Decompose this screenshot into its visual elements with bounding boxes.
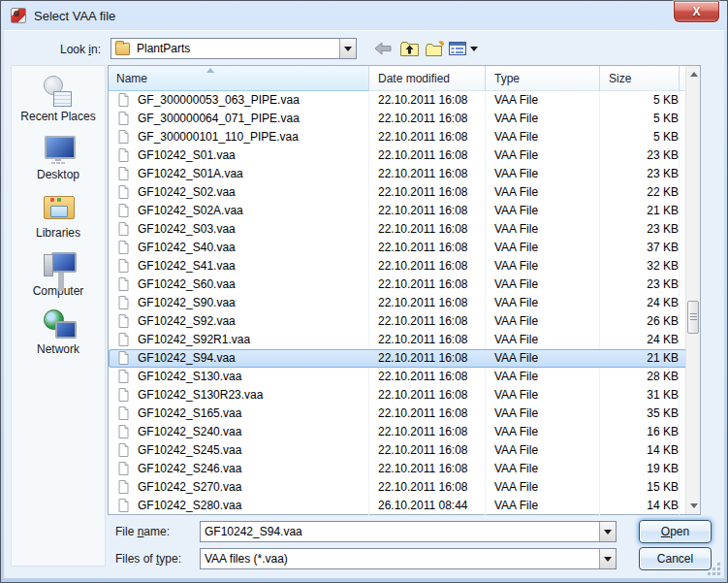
resize-grip[interactable] [708,563,721,576]
sidebar-item-recent-places[interactable]: Recent Places [12,74,105,123]
file-size-cell: 21 KB [599,349,682,368]
file-row[interactable]: GF10242_S240.vaa 22.10.2011 16:08 VAA Fi… [109,423,687,441]
files-of-type-dropdown-button[interactable] [599,549,616,568]
file-row[interactable]: GF10242_S03.vaa 22.10.2011 16:08 VAA Fil… [109,220,687,239]
file-name-cell: GF10242_S92R1.vaa [109,331,368,349]
up-one-level-button[interactable] [397,38,421,59]
close-icon: X [692,5,700,18]
column-separator[interactable] [368,66,369,91]
file-type-cell: VAA File [485,497,599,515]
file-row[interactable]: GF10242_S02.vaa 22.10.2011 16:08 VAA Fil… [109,183,687,202]
file-row[interactable]: GF10242_S40.vaa 22.10.2011 16:08 VAA Fil… [109,239,687,257]
file-row[interactable]: GF_300000064_071_PIPE.vaa 22.10.2011 16:… [109,110,687,128]
file-date-cell: 22.10.2011 16:08 [368,368,485,386]
sidebar-item-icon [41,248,76,283]
file-type-cell: VAA File [485,441,599,460]
column-header-size[interactable]: Size [609,72,631,85]
file-size-cell: 31 KB [599,386,682,405]
file-name-dropdown-button[interactable] [599,522,616,541]
files-of-type-value: VAA files (*.vaa) [201,552,599,566]
file-type-cell: VAA File [485,331,599,349]
new-folder-button[interactable] [423,38,446,59]
file-size-cell: 23 KB [599,146,682,165]
cancel-button[interactable]: Cancel [639,547,712,570]
column-separator[interactable] [485,66,486,91]
file-row[interactable]: GF10242_S41.vaa 22.10.2011 16:08 VAA Fil… [109,257,687,275]
file-row[interactable]: GF10242_S245.vaa 22.10.2011 16:08 VAA Fi… [109,441,687,460]
file-date-cell: 22.10.2011 16:08 [368,220,485,239]
file-icon [118,93,129,107]
file-date-cell: 22.10.2011 16:08 [368,294,485,312]
file-row[interactable]: GF10242_S94.vaa 22.10.2011 16:08 VAA Fil… [109,349,687,368]
close-button[interactable]: X [674,1,719,22]
file-row[interactable]: GF10242_S60.vaa 22.10.2011 16:08 VAA Fil… [109,275,687,294]
file-type-cell: VAA File [485,386,599,405]
sidebar-item-label: Libraries [36,226,80,240]
vertical-scrollbar[interactable] [685,66,700,514]
look-in-combobox[interactable]: PlantParts [111,38,357,59]
look-in-dropdown-button[interactable] [339,39,356,58]
open-button[interactable]: Open [639,520,712,543]
scrollbar-thumb[interactable] [687,301,699,334]
file-date-cell: 22.10.2011 16:08 [368,110,485,128]
sidebar-item-desktop[interactable]: Desktop [12,132,105,181]
file-date-cell: 22.10.2011 16:08 [368,478,485,497]
file-row[interactable]: GF10242_S01A.vaa 22.10.2011 16:08 VAA Fi… [109,165,687,183]
column-header-date-modified[interactable]: Date modified [378,72,450,85]
file-row[interactable]: GF10242_S130.vaa 22.10.2011 16:08 VAA Fi… [109,368,687,386]
file-name-value[interactable]: GF10242_S94.vaa [201,525,599,538]
views-menu-button[interactable] [447,38,480,59]
file-name-cell: GF10242_S41.vaa [109,257,368,275]
file-row[interactable]: GF_300000053_063_PIPE.vaa 22.10.2011 16:… [109,91,687,110]
files-of-type-combobox[interactable]: VAA files (*.vaa) [200,548,617,569]
sidebar-item-network[interactable]: Network [12,307,105,356]
file-size-cell: 35 KB [599,405,682,423]
chevron-down-icon [604,530,612,534]
file-row[interactable]: GF_300000101_110_PIPE.vaa 22.10.2011 16:… [109,128,687,146]
file-row[interactable]: GF10242_S270.vaa 22.10.2011 16:08 VAA Fi… [109,478,687,497]
column-header-type[interactable]: Type [494,72,520,85]
file-row[interactable]: GF10242_S246.vaa 22.10.2011 16:08 VAA Fi… [109,460,687,478]
chevron-down-icon [344,47,352,51]
sidebar-item-libraries[interactable]: Libraries [12,190,105,240]
column-separator[interactable] [679,66,680,91]
file-date-cell: 22.10.2011 16:08 [368,312,485,331]
sidebar-item-computer[interactable]: Computer [12,248,105,298]
file-icon [118,277,129,291]
scroll-down-button[interactable] [686,498,701,514]
column-separator[interactable] [599,66,600,91]
file-list: Name Date modified Type Size GF [108,65,701,515]
file-size-cell: 5 KB [599,91,682,110]
file-size-cell: 22 KB [599,183,682,202]
file-row[interactable]: GF10242_S02A.vaa 22.10.2011 16:08 VAA Fi… [109,202,687,220]
file-name-cell: GF10242_S60.vaa [109,275,368,294]
file-name-cell: GF_300000101_110_PIPE.vaa [109,128,368,146]
select-vaa-file-dialog: Select VAA file X Look in: PlantParts [0,0,728,583]
file-name-cell: GF10242_S02.vaa [109,183,368,202]
file-name-label: File name: [115,525,170,538]
file-size-cell: 14 KB [599,497,682,515]
file-row[interactable]: GF10242_S01.vaa 22.10.2011 16:08 VAA Fil… [109,146,687,165]
titlebar[interactable]: Select VAA file X [1,1,727,30]
file-date-cell: 22.10.2011 16:08 [368,331,485,349]
scroll-up-button[interactable] [686,66,701,82]
file-icon [118,462,129,475]
file-name-combobox[interactable]: GF10242_S94.vaa [200,521,617,542]
back-button[interactable] [371,38,395,59]
file-row[interactable]: GF10242_S92.vaa 22.10.2011 16:08 VAA Fil… [109,312,687,331]
file-row[interactable]: GF10242_S92R1.vaa 22.10.2011 16:08 VAA F… [109,331,687,349]
file-size-cell: 23 KB [599,275,682,294]
file-row[interactable]: GF10242_S165.vaa 22.10.2011 16:08 VAA Fi… [109,405,687,423]
file-date-cell: 22.10.2011 16:08 [368,275,485,294]
file-type-cell: VAA File [485,312,599,331]
file-date-cell: 22.10.2011 16:08 [368,349,485,368]
file-row[interactable]: GF10242_S90.vaa 22.10.2011 16:08 VAA Fil… [109,294,687,312]
file-icon [118,185,129,199]
file-name-cell: GF10242_S245.vaa [109,441,368,460]
column-header-name-label[interactable]: Name [116,72,147,85]
file-type-cell: VAA File [485,275,599,294]
file-row[interactable]: GF10242_S130R23.vaa 22.10.2011 16:08 VAA… [109,386,687,405]
file-row[interactable]: GF10242_S280.vaa 26.10.2011 08:44 VAA Fi… [109,497,687,515]
column-header-name[interactable] [109,66,368,91]
file-size-cell: 26 KB [599,312,682,331]
